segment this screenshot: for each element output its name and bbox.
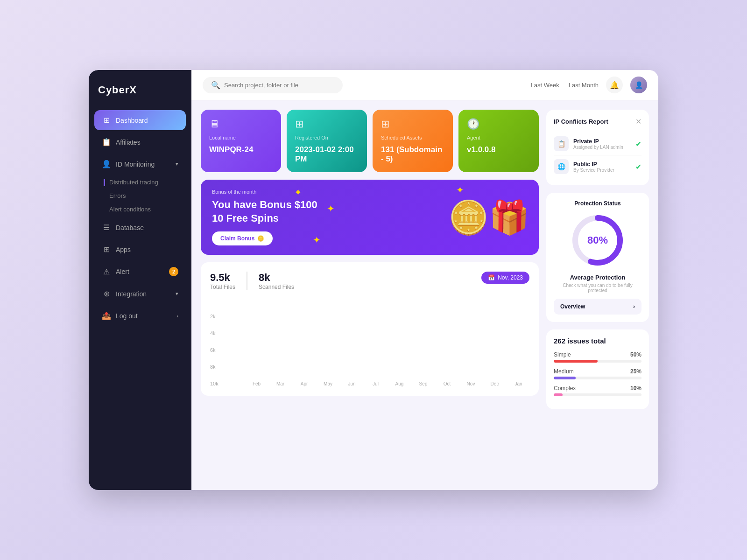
public-ip-name: Public IP — [573, 161, 631, 168]
month-label: Oct — [436, 381, 458, 386]
issue-name: Complex — [554, 385, 576, 392]
month-label: May — [317, 381, 339, 386]
right-panel: IP Conflicts Report ✕ 📋 Private IP Assig… — [546, 110, 649, 481]
public-ip-item: 🌐 Public IP By Service Provider ✔ — [554, 155, 641, 178]
sidebar-nav: ⊞ Dashboard 📋 Affiliates 👤 ID Monitoring… — [89, 110, 191, 481]
protection-label: Average Protection — [570, 274, 626, 281]
chart-header: 9.5k Total Files 8k Scanned Files — [210, 272, 529, 290]
issue-pct: 10% — [630, 385, 641, 392]
stat-value: v1.0.0.8 — [467, 145, 530, 154]
stat-label: Agent — [467, 135, 530, 140]
sidebar-item-integration[interactable]: ⊕ Integration ▾ — [94, 284, 186, 304]
claim-bonus-button[interactable]: Claim Bonus 🪙 — [212, 231, 273, 245]
sidebar-item-label: Log out — [116, 312, 138, 320]
month-label: Aug — [388, 381, 410, 386]
month-label: Sep — [412, 381, 434, 386]
issue-bar-track — [554, 393, 641, 396]
sidebar-item-dashboard[interactable]: ⊞ Dashboard — [94, 110, 186, 130]
header: 🔍 Last Week Last Month 🔔 👤 — [191, 70, 658, 100]
issue-name: Simple — [554, 351, 571, 358]
integration-icon: ⊕ — [102, 289, 111, 298]
y-label: 6k — [210, 347, 225, 353]
chevron-right-icon: › — [176, 313, 178, 319]
stat-card-agent: 🕐 Agent v1.0.0.8 — [458, 110, 539, 172]
check-icon: ✔ — [635, 140, 641, 148]
bar-chart: 10k 8k 6k 4k 2k — [210, 298, 529, 386]
coin-icon: 🪙 — [257, 235, 264, 242]
chevron-right-icon: › — [633, 303, 635, 310]
chart-divider — [247, 272, 247, 290]
ip-conflicts-title: IP Conflicts Report — [554, 118, 608, 125]
affiliates-icon: 📋 — [102, 138, 111, 147]
database-icon: ☰ — [102, 223, 111, 232]
chart-section: 9.5k Total Files 8k Scanned Files — [201, 262, 539, 396]
scanned-files-stat: 8k Scanned Files — [259, 272, 294, 290]
search-input[interactable] — [224, 82, 317, 89]
sidebar-item-logout[interactable]: 📤 Log out › — [94, 306, 186, 326]
notification-bell[interactable]: 🔔 — [606, 77, 623, 93]
private-ip-icon: 📋 — [554, 136, 569, 151]
date-badge[interactable]: 📅 Nov, 2023 — [481, 272, 529, 284]
issue-pct: 50% — [630, 351, 641, 358]
sub-nav-alert-conditions[interactable]: Alert conditions — [104, 203, 186, 216]
chevron-down-icon: ▾ — [176, 291, 178, 297]
month-label: Jul — [365, 381, 387, 386]
sub-nav-distributed-tracing[interactable]: Distributed tracing — [104, 176, 186, 189]
stat-value: 2023-01-02 2:00 PM — [295, 145, 359, 164]
time-filters: Last Week Last Month — [530, 82, 599, 89]
main-content: 🔍 Last Week Last Month 🔔 👤 — [191, 70, 658, 490]
close-icon[interactable]: ✕ — [635, 117, 641, 126]
sub-nav-label: Distributed tracing — [109, 179, 158, 186]
bonus-tag: Bonus of the month — [212, 189, 528, 195]
sidebar-item-label: Apps — [116, 246, 131, 253]
y-label: 10k — [210, 381, 225, 386]
stat-value: WINPQR-24 — [209, 145, 273, 154]
sub-nav-label: Errors — [109, 192, 126, 199]
public-ip-sub: By Service Provider — [573, 168, 631, 173]
id-monitoring-subnav: Distributed tracing Errors Alert conditi… — [94, 176, 186, 216]
sidebar-item-alert[interactable]: ⚠ Alert 2 — [94, 261, 186, 282]
sidebar-item-apps[interactable]: ⊞ Apps — [94, 239, 186, 259]
private-ip-name: Private IP — [573, 138, 631, 145]
month-label: Feb — [246, 381, 268, 386]
overview-button[interactable]: Overview › — [554, 299, 641, 315]
issue-name: Medium — [554, 368, 574, 375]
x-axis-labels: Feb Mar Apr May Jun Jul Aug Sep Oct No — [229, 381, 529, 386]
sidebar-item-database[interactable]: ☰ Database — [94, 217, 186, 238]
last-month-filter[interactable]: Last Month — [569, 82, 599, 89]
stat-value: 131 (Subdomain - 5) — [381, 145, 444, 164]
logout-icon: 📤 — [102, 311, 111, 320]
main-panel: 🖥 Local name WINPQR-24 ⊞ Registered On 2… — [201, 110, 539, 481]
donut-percentage: 80% — [587, 234, 608, 246]
app-container: CyberX ⊞ Dashboard 📋 Affiliates 👤 ID Mon… — [89, 70, 658, 490]
stat-card-registered-on: ⊞ Registered On 2023-01-02 2:00 PM — [287, 110, 367, 172]
last-week-filter[interactable]: Last Week — [530, 82, 559, 89]
issue-label-row: Simple 50% — [554, 351, 641, 358]
sparkle-icon: ✦ — [294, 187, 302, 198]
search-bar[interactable]: 🔍 — [203, 77, 343, 93]
total-files-stat: 9.5k Total Files — [210, 272, 235, 290]
issue-bar-track — [554, 377, 641, 379]
chart-stats: 9.5k Total Files 8k Scanned Files — [210, 272, 294, 290]
apps-icon: ⊞ — [102, 245, 111, 254]
donut-chart: 80% — [570, 212, 626, 268]
bars-and-labels: Feb Mar Apr May Jun Jul Aug Sep Oct No — [229, 378, 529, 386]
issue-row-medium: Medium 25% — [554, 368, 641, 379]
user-avatar[interactable]: 👤 — [630, 77, 647, 93]
total-files-value: 9.5k — [210, 272, 235, 284]
y-label: 8k — [210, 364, 225, 370]
y-axis-labels: 10k 8k 6k 4k 2k — [210, 314, 225, 386]
private-ip-item: 📋 Private IP Assigned by LAN admin ✔ — [554, 133, 641, 155]
alert-icon: ⚠ — [102, 267, 111, 276]
sub-nav-errors[interactable]: Errors — [104, 189, 186, 202]
stat-cards: 🖥 Local name WINPQR-24 ⊞ Registered On 2… — [201, 110, 539, 172]
sidebar-item-affiliates[interactable]: 📋 Affiliates — [94, 132, 186, 152]
sidebar-item-id-monitoring[interactable]: 👤 ID Monitoring ▾ — [94, 154, 186, 174]
x-spacer — [229, 381, 244, 386]
overview-label: Overview — [560, 303, 585, 310]
alert-badge: 2 — [169, 267, 178, 276]
sparkle-icon: ✦ — [313, 234, 321, 245]
issue-bar-fill — [554, 377, 576, 379]
check-icon: ✔ — [635, 162, 641, 171]
sidebar: CyberX ⊞ Dashboard 📋 Affiliates 👤 ID Mon… — [89, 70, 191, 490]
